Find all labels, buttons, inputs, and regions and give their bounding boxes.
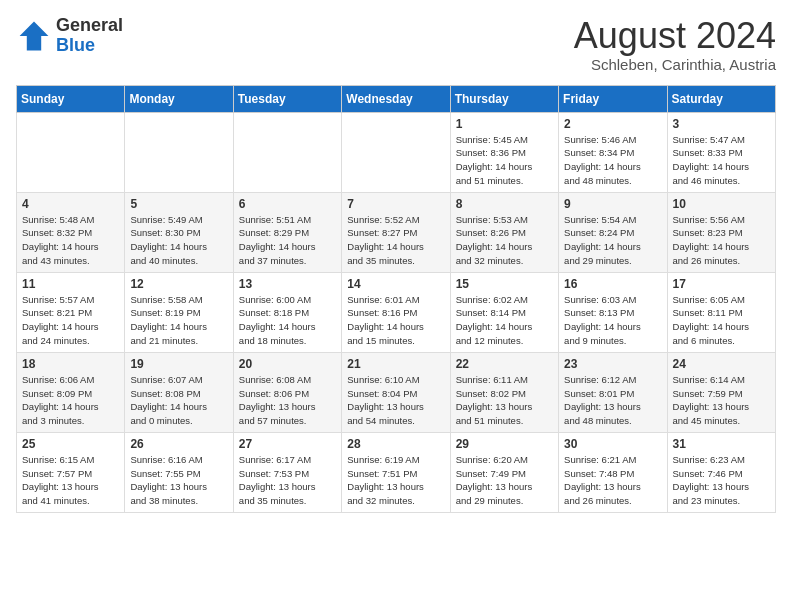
- calendar-cell: 2Sunrise: 5:46 AMSunset: 8:34 PMDaylight…: [559, 112, 667, 192]
- calendar-cell: 18Sunrise: 6:06 AMSunset: 8:09 PMDayligh…: [17, 352, 125, 432]
- day-info: Sunrise: 5:47 AMSunset: 8:33 PMDaylight:…: [673, 133, 770, 188]
- calendar-cell: 24Sunrise: 6:14 AMSunset: 7:59 PMDayligh…: [667, 352, 775, 432]
- day-number: 6: [239, 197, 336, 211]
- day-info: Sunrise: 6:21 AMSunset: 7:48 PMDaylight:…: [564, 453, 661, 508]
- calendar-cell: 14Sunrise: 6:01 AMSunset: 8:16 PMDayligh…: [342, 272, 450, 352]
- calendar-table: SundayMondayTuesdayWednesdayThursdayFrid…: [16, 85, 776, 513]
- day-number: 13: [239, 277, 336, 291]
- day-number: 22: [456, 357, 553, 371]
- calendar-cell: 31Sunrise: 6:23 AMSunset: 7:46 PMDayligh…: [667, 432, 775, 512]
- day-info: Sunrise: 5:45 AMSunset: 8:36 PMDaylight:…: [456, 133, 553, 188]
- location: Schleben, Carinthia, Austria: [574, 56, 776, 73]
- day-number: 14: [347, 277, 444, 291]
- day-info: Sunrise: 5:48 AMSunset: 8:32 PMDaylight:…: [22, 213, 119, 268]
- day-info: Sunrise: 6:06 AMSunset: 8:09 PMDaylight:…: [22, 373, 119, 428]
- calendar-cell: 23Sunrise: 6:12 AMSunset: 8:01 PMDayligh…: [559, 352, 667, 432]
- day-info: Sunrise: 6:01 AMSunset: 8:16 PMDaylight:…: [347, 293, 444, 348]
- day-number: 19: [130, 357, 227, 371]
- day-info: Sunrise: 6:05 AMSunset: 8:11 PMDaylight:…: [673, 293, 770, 348]
- day-number: 27: [239, 437, 336, 451]
- calendar-cell: 5Sunrise: 5:49 AMSunset: 8:30 PMDaylight…: [125, 192, 233, 272]
- calendar-cell: 20Sunrise: 6:08 AMSunset: 8:06 PMDayligh…: [233, 352, 341, 432]
- day-info: Sunrise: 6:17 AMSunset: 7:53 PMDaylight:…: [239, 453, 336, 508]
- logo: General Blue: [16, 16, 123, 56]
- calendar-cell: [17, 112, 125, 192]
- calendar-cell: 19Sunrise: 6:07 AMSunset: 8:08 PMDayligh…: [125, 352, 233, 432]
- day-number: 3: [673, 117, 770, 131]
- calendar-cell: 9Sunrise: 5:54 AMSunset: 8:24 PMDaylight…: [559, 192, 667, 272]
- day-number: 29: [456, 437, 553, 451]
- day-number: 15: [456, 277, 553, 291]
- day-number: 8: [456, 197, 553, 211]
- day-number: 28: [347, 437, 444, 451]
- day-info: Sunrise: 6:08 AMSunset: 8:06 PMDaylight:…: [239, 373, 336, 428]
- day-number: 24: [673, 357, 770, 371]
- calendar-cell: 12Sunrise: 5:58 AMSunset: 8:19 PMDayligh…: [125, 272, 233, 352]
- day-number: 9: [564, 197, 661, 211]
- calendar-cell: 30Sunrise: 6:21 AMSunset: 7:48 PMDayligh…: [559, 432, 667, 512]
- day-number: 2: [564, 117, 661, 131]
- day-info: Sunrise: 6:19 AMSunset: 7:51 PMDaylight:…: [347, 453, 444, 508]
- calendar-cell: 26Sunrise: 6:16 AMSunset: 7:55 PMDayligh…: [125, 432, 233, 512]
- day-number: 16: [564, 277, 661, 291]
- day-number: 1: [456, 117, 553, 131]
- day-info: Sunrise: 5:54 AMSunset: 8:24 PMDaylight:…: [564, 213, 661, 268]
- calendar-cell: 25Sunrise: 6:15 AMSunset: 7:57 PMDayligh…: [17, 432, 125, 512]
- week-row-3: 11Sunrise: 5:57 AMSunset: 8:21 PMDayligh…: [17, 272, 776, 352]
- calendar-cell: 15Sunrise: 6:02 AMSunset: 8:14 PMDayligh…: [450, 272, 558, 352]
- day-number: 20: [239, 357, 336, 371]
- calendar-cell: 10Sunrise: 5:56 AMSunset: 8:23 PMDayligh…: [667, 192, 775, 272]
- day-number: 10: [673, 197, 770, 211]
- weekday-header-row: SundayMondayTuesdayWednesdayThursdayFrid…: [17, 85, 776, 112]
- month-title: August 2024: [574, 16, 776, 56]
- calendar-cell: 11Sunrise: 5:57 AMSunset: 8:21 PMDayligh…: [17, 272, 125, 352]
- calendar-cell: [342, 112, 450, 192]
- day-info: Sunrise: 6:03 AMSunset: 8:13 PMDaylight:…: [564, 293, 661, 348]
- day-info: Sunrise: 6:15 AMSunset: 7:57 PMDaylight:…: [22, 453, 119, 508]
- day-number: 26: [130, 437, 227, 451]
- week-row-4: 18Sunrise: 6:06 AMSunset: 8:09 PMDayligh…: [17, 352, 776, 432]
- day-number: 31: [673, 437, 770, 451]
- day-number: 17: [673, 277, 770, 291]
- weekday-header-wednesday: Wednesday: [342, 85, 450, 112]
- weekday-header-thursday: Thursday: [450, 85, 558, 112]
- calendar-cell: 21Sunrise: 6:10 AMSunset: 8:04 PMDayligh…: [342, 352, 450, 432]
- calendar-cell: 1Sunrise: 5:45 AMSunset: 8:36 PMDaylight…: [450, 112, 558, 192]
- logo-text: General Blue: [56, 16, 123, 56]
- calendar-cell: 4Sunrise: 5:48 AMSunset: 8:32 PMDaylight…: [17, 192, 125, 272]
- day-number: 30: [564, 437, 661, 451]
- calendar-cell: 22Sunrise: 6:11 AMSunset: 8:02 PMDayligh…: [450, 352, 558, 432]
- day-info: Sunrise: 6:02 AMSunset: 8:14 PMDaylight:…: [456, 293, 553, 348]
- day-info: Sunrise: 5:49 AMSunset: 8:30 PMDaylight:…: [130, 213, 227, 268]
- day-number: 7: [347, 197, 444, 211]
- calendar-cell: 13Sunrise: 6:00 AMSunset: 8:18 PMDayligh…: [233, 272, 341, 352]
- day-info: Sunrise: 5:57 AMSunset: 8:21 PMDaylight:…: [22, 293, 119, 348]
- day-info: Sunrise: 5:51 AMSunset: 8:29 PMDaylight:…: [239, 213, 336, 268]
- day-number: 12: [130, 277, 227, 291]
- svg-marker-0: [20, 21, 49, 50]
- day-number: 4: [22, 197, 119, 211]
- day-number: 5: [130, 197, 227, 211]
- calendar-cell: 16Sunrise: 6:03 AMSunset: 8:13 PMDayligh…: [559, 272, 667, 352]
- title-block: August 2024 Schleben, Carinthia, Austria: [574, 16, 776, 73]
- day-number: 18: [22, 357, 119, 371]
- day-info: Sunrise: 5:53 AMSunset: 8:26 PMDaylight:…: [456, 213, 553, 268]
- weekday-header-saturday: Saturday: [667, 85, 775, 112]
- weekday-header-sunday: Sunday: [17, 85, 125, 112]
- day-info: Sunrise: 6:16 AMSunset: 7:55 PMDaylight:…: [130, 453, 227, 508]
- day-info: Sunrise: 6:07 AMSunset: 8:08 PMDaylight:…: [130, 373, 227, 428]
- calendar-cell: 27Sunrise: 6:17 AMSunset: 7:53 PMDayligh…: [233, 432, 341, 512]
- calendar-cell: 17Sunrise: 6:05 AMSunset: 8:11 PMDayligh…: [667, 272, 775, 352]
- day-number: 25: [22, 437, 119, 451]
- weekday-header-friday: Friday: [559, 85, 667, 112]
- day-info: Sunrise: 6:20 AMSunset: 7:49 PMDaylight:…: [456, 453, 553, 508]
- day-info: Sunrise: 5:46 AMSunset: 8:34 PMDaylight:…: [564, 133, 661, 188]
- day-info: Sunrise: 6:00 AMSunset: 8:18 PMDaylight:…: [239, 293, 336, 348]
- calendar-cell: 8Sunrise: 5:53 AMSunset: 8:26 PMDaylight…: [450, 192, 558, 272]
- calendar-cell: 28Sunrise: 6:19 AMSunset: 7:51 PMDayligh…: [342, 432, 450, 512]
- day-info: Sunrise: 5:56 AMSunset: 8:23 PMDaylight:…: [673, 213, 770, 268]
- week-row-2: 4Sunrise: 5:48 AMSunset: 8:32 PMDaylight…: [17, 192, 776, 272]
- week-row-5: 25Sunrise: 6:15 AMSunset: 7:57 PMDayligh…: [17, 432, 776, 512]
- calendar-cell: 3Sunrise: 5:47 AMSunset: 8:33 PMDaylight…: [667, 112, 775, 192]
- day-info: Sunrise: 5:52 AMSunset: 8:27 PMDaylight:…: [347, 213, 444, 268]
